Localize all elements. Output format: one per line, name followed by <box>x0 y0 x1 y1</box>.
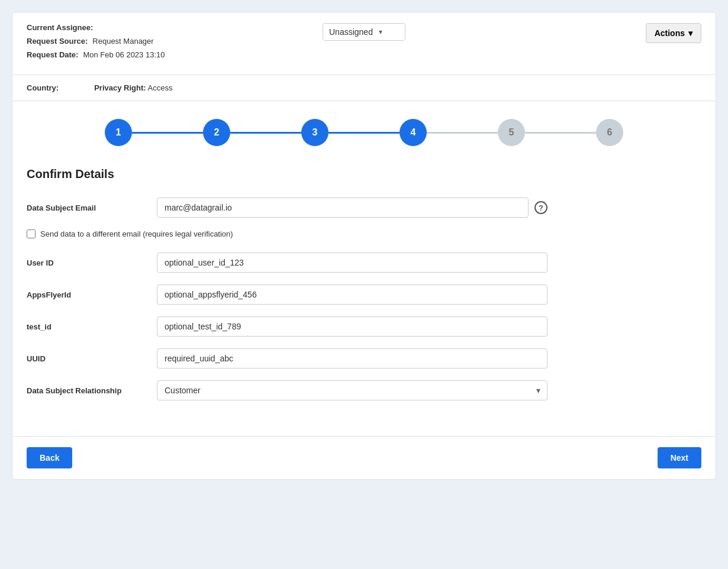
step-5: 5 <box>498 119 525 146</box>
step-6: 6 <box>596 119 623 146</box>
section-title: Confirm Details <box>27 167 701 181</box>
data-subject-relationship-input-wrapper: Customer Employee Prospect Other <box>157 380 547 400</box>
test-id-input[interactable] <box>157 316 547 337</box>
step-line-2-3 <box>230 132 301 134</box>
relationship-select[interactable]: Customer Employee Prospect Other <box>157 380 547 400</box>
request-source-label: Request Source: <box>27 37 88 46</box>
data-subject-email-group: Data Subject Email ? <box>27 198 701 218</box>
test-id-input-wrapper <box>157 316 547 337</box>
data-subject-email-input[interactable] <box>157 198 529 218</box>
uuid-group: UUID <box>27 348 701 368</box>
user-id-input[interactable] <box>157 253 547 273</box>
request-source-value: Request Manager <box>92 37 153 46</box>
help-icon[interactable]: ? <box>534 201 547 214</box>
appsflyerid-label: AppsFlyerId <box>27 290 157 299</box>
data-subject-relationship-group: Data Subject Relationship Customer Emplo… <box>27 380 701 400</box>
request-date-value: Mon Feb 06 2023 13:10 <box>83 50 165 59</box>
user-id-label: User ID <box>27 258 157 267</box>
step-line-4-5 <box>427 132 498 134</box>
appsflyerid-input-wrapper <box>157 284 547 305</box>
chevron-down-icon: ▾ <box>688 28 692 38</box>
header-section: Current Assignee: Request Source: Reques… <box>12 12 716 75</box>
assignee-row: Current Assignee: <box>27 23 252 32</box>
step-1: 1 <box>105 119 132 146</box>
privacy-right-field: Privacy Right: Access <box>94 83 172 92</box>
data-subject-email-label: Data Subject Email <box>27 203 157 212</box>
uuid-label: UUID <box>27 354 157 363</box>
step-line-3-4 <box>328 132 400 134</box>
chevron-down-icon: ▾ <box>379 28 399 36</box>
assignee-dropdown-value: Unassigned <box>329 27 373 37</box>
country-field: Country: <box>27 83 59 92</box>
user-id-group: User ID <box>27 253 701 273</box>
privacy-right-value: Access <box>148 83 173 92</box>
uuid-input-wrapper <box>157 348 547 368</box>
test-id-group: test_id <box>27 316 701 337</box>
country-label: Country: <box>27 83 59 92</box>
assignee-label: Current Assignee: <box>27 23 93 32</box>
main-container: Current Assignee: Request Source: Reques… <box>12 12 716 480</box>
relationship-select-wrapper: Customer Employee Prospect Other <box>157 380 547 400</box>
step-2: 2 <box>203 119 230 146</box>
uuid-input[interactable] <box>157 348 547 368</box>
appsflyerid-group: AppsFlyerId <box>27 284 701 305</box>
back-button[interactable]: Back <box>27 447 72 468</box>
header-left: Current Assignee: Request Source: Reques… <box>27 23 252 64</box>
step-4: 4 <box>400 119 427 146</box>
request-date-row: Request Date: Mon Feb 06 2023 13:10 <box>27 50 252 59</box>
step-line-1-2 <box>132 132 203 134</box>
meta-section: Country: Privacy Right: Access <box>12 75 716 101</box>
privacy-right-label: Privacy Right: <box>94 83 146 92</box>
header-center: Unassigned ▾ <box>252 23 476 41</box>
appsflyerid-input[interactable] <box>157 284 547 305</box>
stepper: 1 2 3 4 5 6 <box>27 119 701 146</box>
send-data-checkbox[interactable] <box>27 229 36 238</box>
assignee-dropdown[interactable]: Unassigned ▾ <box>323 23 405 41</box>
user-id-input-wrapper <box>157 253 547 273</box>
test-id-label: test_id <box>27 322 157 331</box>
next-button[interactable]: Next <box>658 447 701 468</box>
actions-button[interactable]: Actions ▾ <box>646 23 701 43</box>
step-3: 3 <box>301 119 328 146</box>
step-line-5-6 <box>525 132 596 134</box>
data-subject-relationship-label: Data Subject Relationship <box>27 386 157 395</box>
actions-label: Actions <box>655 28 685 38</box>
send-data-checkbox-row: Send data to a different email (requires… <box>27 229 701 238</box>
data-subject-email-input-wrapper: ? <box>157 198 547 218</box>
main-section: 1 2 3 4 5 6 Confirm Details Data Subject… <box>12 101 716 437</box>
request-source-row: Request Source: Request Manager <box>27 37 252 46</box>
header-right: Actions ▾ <box>476 23 701 43</box>
request-date-label: Request Date: <box>27 50 78 59</box>
send-data-checkbox-label: Send data to a different email (requires… <box>40 229 233 238</box>
footer-section: Back Next <box>12 437 716 479</box>
